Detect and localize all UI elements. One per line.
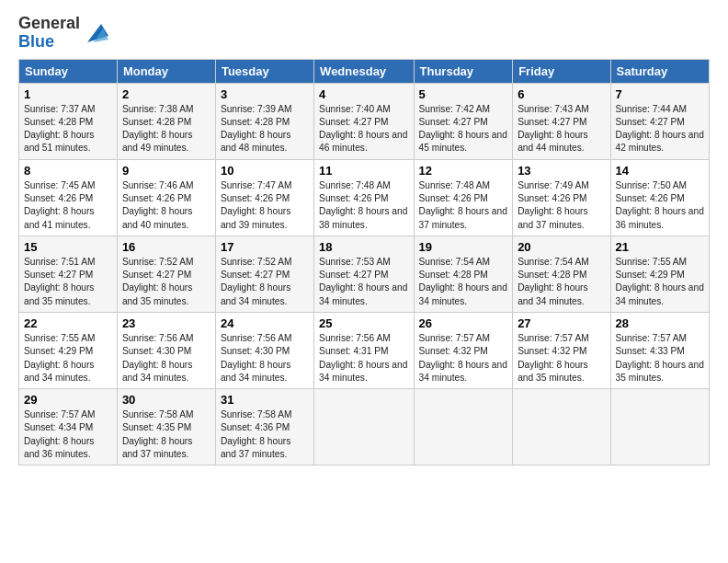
day-info: Sunrise: 7:57 AMSunset: 4:32 PMDaylight:… (518, 332, 605, 385)
day-info: Sunrise: 7:44 AMSunset: 4:27 PMDaylight:… (616, 103, 704, 155)
day-info: Sunrise: 7:52 AMSunset: 4:27 PMDaylight:… (122, 256, 210, 308)
calendar-cell: 2Sunrise: 7:38 AMSunset: 4:28 PMDaylight… (117, 83, 215, 159)
day-info: Sunrise: 7:53 AMSunset: 4:27 PMDaylight:… (319, 256, 408, 308)
calendar-cell: 8Sunrise: 7:45 AMSunset: 4:26 PMDaylight… (19, 159, 118, 236)
day-number: 1 (24, 87, 112, 101)
logo-text: General Blue (18, 15, 80, 52)
day-number: 31 (221, 393, 309, 407)
calendar-cell: 23Sunrise: 7:56 AMSunset: 4:30 PMDayligh… (117, 312, 215, 388)
week-row-2: 8Sunrise: 7:45 AMSunset: 4:26 PMDaylight… (19, 159, 710, 236)
day-info: Sunrise: 7:54 AMSunset: 4:28 PMDaylight:… (419, 256, 508, 308)
calendar-cell (314, 389, 414, 465)
day-info: Sunrise: 7:46 AMSunset: 4:26 PMDaylight:… (122, 179, 210, 232)
week-row-3: 15Sunrise: 7:51 AMSunset: 4:27 PMDayligh… (19, 236, 710, 312)
day-info: Sunrise: 7:52 AMSunset: 4:27 PMDaylight:… (221, 256, 309, 308)
calendar-cell: 31Sunrise: 7:58 AMSunset: 4:36 PMDayligh… (215, 389, 313, 465)
calendar-cell: 26Sunrise: 7:57 AMSunset: 4:32 PMDayligh… (414, 312, 513, 388)
day-number: 12 (419, 164, 508, 178)
calendar-cell: 22Sunrise: 7:55 AMSunset: 4:29 PMDayligh… (19, 312, 118, 388)
logo-blue: Blue (18, 32, 54, 51)
day-number: 20 (518, 240, 605, 254)
calendar-cell: 14Sunrise: 7:50 AMSunset: 4:26 PMDayligh… (610, 159, 709, 236)
day-number: 29 (24, 393, 112, 407)
weekday-header-saturday: Saturday (610, 59, 709, 83)
day-info: Sunrise: 7:57 AMSunset: 4:34 PMDaylight:… (24, 408, 112, 461)
calendar-cell: 24Sunrise: 7:56 AMSunset: 4:30 PMDayligh… (215, 312, 313, 388)
calendar-cell: 18Sunrise: 7:53 AMSunset: 4:27 PMDayligh… (314, 236, 414, 312)
day-info: Sunrise: 7:49 AMSunset: 4:26 PMDaylight:… (518, 179, 605, 232)
day-info: Sunrise: 7:47 AMSunset: 4:26 PMDaylight:… (221, 179, 309, 232)
calendar-cell: 20Sunrise: 7:54 AMSunset: 4:28 PMDayligh… (513, 236, 610, 312)
day-info: Sunrise: 7:40 AMSunset: 4:27 PMDaylight:… (319, 103, 408, 155)
day-info: Sunrise: 7:56 AMSunset: 4:31 PMDaylight:… (319, 332, 408, 385)
page: General Blue SundayMondayTuesdayWednesda… (0, 0, 728, 475)
weekday-header-wednesday: Wednesday (314, 59, 414, 83)
calendar-cell: 27Sunrise: 7:57 AMSunset: 4:32 PMDayligh… (513, 312, 610, 388)
day-number: 21 (616, 240, 704, 254)
day-info: Sunrise: 7:58 AMSunset: 4:36 PMDaylight:… (221, 408, 309, 461)
calendar-cell: 21Sunrise: 7:55 AMSunset: 4:29 PMDayligh… (610, 236, 709, 312)
calendar-cell: 19Sunrise: 7:54 AMSunset: 4:28 PMDayligh… (414, 236, 513, 312)
day-number: 19 (419, 240, 508, 254)
week-row-5: 29Sunrise: 7:57 AMSunset: 4:34 PMDayligh… (19, 389, 710, 465)
day-number: 11 (319, 164, 408, 178)
weekday-header-tuesday: Tuesday (215, 59, 313, 83)
day-number: 25 (319, 316, 408, 330)
day-number: 23 (122, 316, 210, 330)
day-number: 22 (24, 316, 112, 330)
day-number: 16 (122, 240, 210, 254)
day-info: Sunrise: 7:57 AMSunset: 4:33 PMDaylight:… (616, 332, 704, 385)
weekday-header-thursday: Thursday (414, 59, 513, 83)
calendar-cell: 9Sunrise: 7:46 AMSunset: 4:26 PMDaylight… (117, 159, 215, 236)
day-info: Sunrise: 7:38 AMSunset: 4:28 PMDaylight:… (122, 103, 210, 155)
weekday-header-row: SundayMondayTuesdayWednesdayThursdayFrid… (19, 59, 710, 83)
day-number: 6 (518, 87, 605, 101)
calendar-cell: 10Sunrise: 7:47 AMSunset: 4:26 PMDayligh… (215, 159, 313, 236)
week-row-4: 22Sunrise: 7:55 AMSunset: 4:29 PMDayligh… (19, 312, 710, 388)
day-number: 3 (221, 87, 309, 101)
day-info: Sunrise: 7:43 AMSunset: 4:27 PMDaylight:… (518, 103, 605, 155)
day-number: 24 (221, 316, 309, 330)
calendar-cell: 12Sunrise: 7:48 AMSunset: 4:26 PMDayligh… (414, 159, 513, 236)
weekday-header-sunday: Sunday (19, 59, 118, 83)
day-number: 10 (221, 164, 309, 178)
week-row-1: 1Sunrise: 7:37 AMSunset: 4:28 PMDaylight… (19, 83, 710, 159)
header: General Blue (18, 15, 710, 52)
day-info: Sunrise: 7:57 AMSunset: 4:32 PMDaylight:… (419, 332, 508, 385)
calendar-cell: 11Sunrise: 7:48 AMSunset: 4:26 PMDayligh… (314, 159, 414, 236)
day-number: 4 (319, 87, 408, 101)
day-info: Sunrise: 7:54 AMSunset: 4:28 PMDaylight:… (518, 256, 605, 308)
day-info: Sunrise: 7:55 AMSunset: 4:29 PMDaylight:… (24, 332, 112, 385)
calendar-cell: 1Sunrise: 7:37 AMSunset: 4:28 PMDaylight… (19, 83, 118, 159)
day-info: Sunrise: 7:39 AMSunset: 4:28 PMDaylight:… (221, 103, 309, 155)
logo: General Blue (18, 15, 110, 52)
calendar-cell: 29Sunrise: 7:57 AMSunset: 4:34 PMDayligh… (19, 389, 118, 465)
logo-icon (83, 19, 110, 47)
calendar-cell: 13Sunrise: 7:49 AMSunset: 4:26 PMDayligh… (513, 159, 610, 236)
day-number: 5 (419, 87, 508, 101)
calendar-cell: 25Sunrise: 7:56 AMSunset: 4:31 PMDayligh… (314, 312, 414, 388)
calendar-cell: 4Sunrise: 7:40 AMSunset: 4:27 PMDaylight… (314, 83, 414, 159)
day-number: 15 (24, 240, 112, 254)
calendar-cell: 16Sunrise: 7:52 AMSunset: 4:27 PMDayligh… (117, 236, 215, 312)
calendar-table: SundayMondayTuesdayWednesdayThursdayFrid… (18, 59, 710, 466)
day-number: 18 (319, 240, 408, 254)
weekday-header-friday: Friday (513, 59, 610, 83)
day-info: Sunrise: 7:50 AMSunset: 4:26 PMDaylight:… (616, 179, 704, 232)
day-info: Sunrise: 7:48 AMSunset: 4:26 PMDaylight:… (319, 179, 408, 232)
calendar-cell (610, 389, 709, 465)
day-number: 27 (518, 316, 605, 330)
day-number: 30 (122, 393, 210, 407)
day-number: 7 (616, 87, 704, 101)
day-number: 2 (122, 87, 210, 101)
calendar-cell: 30Sunrise: 7:58 AMSunset: 4:35 PMDayligh… (117, 389, 215, 465)
day-number: 17 (221, 240, 309, 254)
calendar-cell: 17Sunrise: 7:52 AMSunset: 4:27 PMDayligh… (215, 236, 313, 312)
day-info: Sunrise: 7:58 AMSunset: 4:35 PMDaylight:… (122, 408, 210, 461)
day-info: Sunrise: 7:56 AMSunset: 4:30 PMDaylight:… (221, 332, 309, 385)
day-number: 9 (122, 164, 210, 178)
calendar-cell: 5Sunrise: 7:42 AMSunset: 4:27 PMDaylight… (414, 83, 513, 159)
calendar-cell (513, 389, 610, 465)
calendar-cell: 7Sunrise: 7:44 AMSunset: 4:27 PMDaylight… (610, 83, 709, 159)
day-number: 26 (419, 316, 508, 330)
